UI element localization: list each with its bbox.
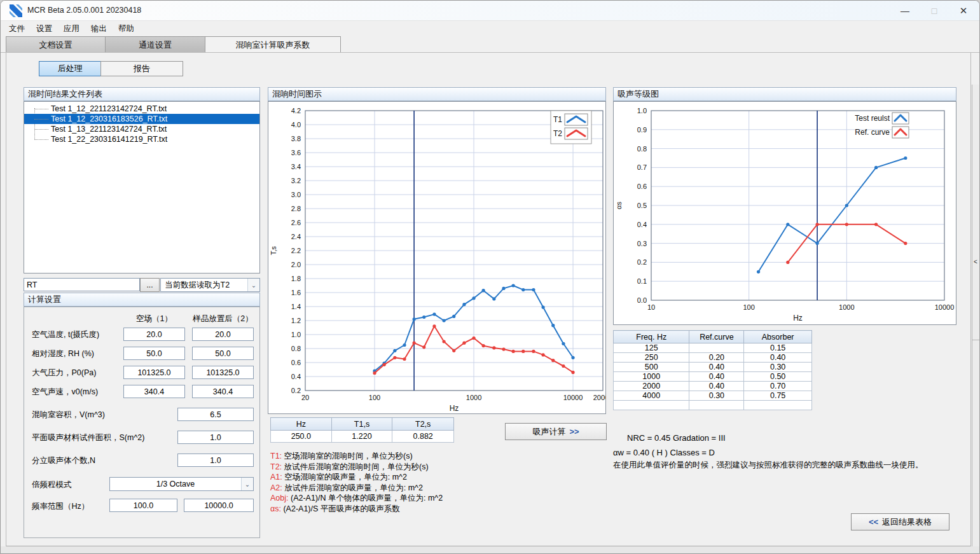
browse-button[interactable]: ... [140,278,160,292]
expand-panel-arrow[interactable]: < [974,258,977,265]
octave-mode-combo[interactable]: 1/3 Octave ⌄ [109,477,254,491]
tab-postprocess[interactable]: 后处理 [39,61,101,76]
table-row[interactable]: 10000.400.50 [614,372,812,382]
calc-row-label: 分立吸声体个数,N [32,455,95,466]
svg-text:1000: 1000 [466,394,481,401]
svg-text:0.6: 0.6 [637,183,647,190]
table-cell [689,401,744,410]
calc-input-empty-room[interactable] [123,347,185,360]
svg-text:1.8: 1.8 [291,275,301,282]
table-cell: 0.50 [744,372,812,382]
table-row[interactable]: 1250.15 [614,343,812,353]
note-line: T2: 放试件后混响室的混响时间，单位为秒(s) [270,462,443,473]
note-line: T1: 空场混响室的混响时间，单位为秒(s) [270,451,443,462]
table-row[interactable] [614,401,812,410]
calc-input-with-sample[interactable] [192,328,254,341]
svg-text:0.0: 0.0 [637,296,647,304]
svg-text:Ref. curve: Ref. curve [855,128,890,137]
column-header: Ref.curve [689,331,744,343]
svg-text:0.5: 0.5 [637,202,647,209]
svg-text:1.0: 1.0 [291,331,301,338]
rt-file-list: Test 1_12_221123142724_RT.txtTest 1_12_2… [24,101,260,274]
file-list-item[interactable]: Test 1_22_230316141219_RT.txt [24,134,259,144]
calc-input-with-sample[interactable] [192,366,254,379]
rt-chart[interactable]: 0.20.40.60.81.01.21.41.61.82.02.22.42.62… [268,102,605,413]
table-row[interactable]: 250.01.2200.882 [271,431,454,443]
note-line: αs: (A2-A1)/S 平面吸声体的吸声系数 [270,504,443,515]
menu-application[interactable]: 应用 [58,22,85,36]
menu-file[interactable]: 文件 [3,22,31,36]
maximize-button[interactable]: □ [920,1,949,21]
svg-text:2.4: 2.4 [291,233,301,240]
menu-settings[interactable]: 设置 [31,22,58,36]
svg-text:T,s: T,s [270,246,277,255]
svg-text:3.8: 3.8 [291,135,301,142]
note-key: A2: [270,483,284,492]
table-cell: 1000 [614,372,689,382]
grade-chart-box: 0.00.10.20.30.40.50.60.70.80.91.01010010… [613,101,956,325]
svg-text:0.3: 0.3 [637,240,647,247]
grade-chart[interactable]: 0.00.10.20.30.40.50.60.70.80.91.01010010… [614,102,956,324]
window-bottom-edge [1,546,980,554]
table-row[interactable]: 20000.400.70 [614,382,812,391]
calc-settings-box: 空场（1） 样品放置后（2） 空气温度, t(摄氏度)相对湿度, RH (%)大… [24,307,260,538]
data-read-combo[interactable]: 当前数据读取为T2 ⌄ [160,278,260,292]
file-list-item[interactable]: Test 1_12_221123142724_RT.txt [24,104,259,114]
column-header: Absorber [744,331,812,343]
table-cell: 4000 [614,391,689,401]
svg-text:4.0: 4.0 [291,121,301,128]
absorption-calc-button[interactable]: 吸声计算 >> [505,423,607,440]
svg-text:1.4: 1.4 [291,303,301,310]
freq-min-input[interactable] [109,499,177,512]
table-cell: 125 [614,343,689,353]
svg-text:0.8: 0.8 [637,145,647,153]
column-header-empty-room: 空场（1） [123,314,185,324]
calc-input-empty-room[interactable] [123,328,185,341]
tab-document-settings[interactable]: 文档设置 [6,36,106,53]
freq-max-input[interactable] [184,499,254,512]
calc-input-empty-room[interactable] [123,366,185,379]
note-line: A1: 空场混响室的吸声量，单位为: m^2 [270,472,443,483]
table-cell: 0.15 [744,343,812,353]
tab-report[interactable]: 报告 [100,61,183,76]
table-cell [614,401,689,410]
octave-mode-label: 倍频程模式 [32,480,72,490]
app-logo-icon [10,4,22,17]
calc-input-empty-room[interactable] [123,385,185,398]
calc-input-single[interactable] [177,454,254,467]
note-key: T1: [270,452,284,461]
table-row[interactable]: 2500.200.40 [614,353,812,363]
table-cell: 0.30 [689,391,744,401]
usage-note: 在使用此单值评价量的时候，强烈建议与按照标准获得的完整的吸声系数曲线一块使用。 [613,460,923,471]
octave-mode-value: 1/3 Octave [110,480,241,488]
main-tabs: 文档设置通道设置混响室计算吸声系数 [6,36,341,53]
menu-output[interactable]: 输出 [85,22,113,36]
calc-row-label: 混响室容积，V(m^3) [32,410,105,420]
calc-input-with-sample[interactable] [192,385,254,398]
calc-row-label: 平面吸声材料试件面积，S(m^2) [32,433,144,443]
rt-suffix-input[interactable] [24,278,140,291]
tab-channel-settings[interactable]: 通道设置 [106,36,205,53]
tab-reverb-absorption[interactable]: 混响室计算吸声系数 [205,36,341,53]
calc-input-with-sample[interactable] [192,347,254,360]
svg-text:20: 20 [301,394,309,401]
table-row[interactable]: 5000.400.30 [614,363,812,372]
svg-text:T1: T1 [553,115,562,124]
column-header-with-sample: 样品放置后（2） [192,314,254,324]
menu-help[interactable]: 帮助 [113,22,140,36]
calc-input-single[interactable] [177,408,254,421]
calc-input-single[interactable] [177,431,254,444]
table-cell: 0.70 [744,382,812,391]
table-cell: 500 [614,363,689,372]
calc-row-label: 相对湿度, RH (%) [32,349,94,359]
svg-text:100: 100 [369,394,380,401]
table-row[interactable]: 40000.300.75 [614,391,812,401]
file-list-item[interactable]: Test 1_13_221123142724_RT.txt [24,124,259,134]
close-button[interactable]: ✕ [949,1,978,21]
file-list-item[interactable]: Test 1_12_230316183526_RT.txt [24,114,259,124]
svg-text:0.4: 0.4 [291,373,301,380]
svg-text:0.7: 0.7 [637,163,647,171]
back-to-results-button[interactable]: << 返回结果表格 [851,513,949,530]
note-line: Aobj: (A2-A1)/N 单个物体的吸声量，单位为: m^2 [270,493,443,504]
minimize-button[interactable]: — [890,1,920,21]
